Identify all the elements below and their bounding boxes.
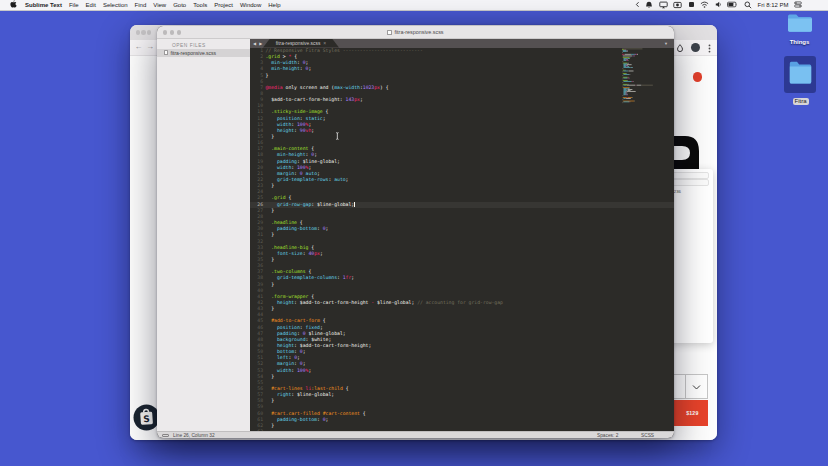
sidebar-section-header: OPEN FILES [172,43,206,48]
volume-icon[interactable] [715,1,722,8]
browser-back-icon[interactable]: ← [135,42,143,51]
sublime-sidebar: OPEN FILES fitra-responsive.scss [157,39,250,431]
select-divider [685,375,686,399]
indentation-setting[interactable]: Spaces: 2 [597,433,618,438]
code-line-4[interactable]: min-height: 0; [266,66,312,72]
menu-bar-right: Fri 8:12 PM [635,1,828,9]
folder-icon [789,60,812,85]
sublime-tab-bar: ◀ ▶ fitra-responsive.scss × ▼ [250,39,674,48]
battery-icon[interactable] [727,1,738,8]
desktop-icon-things[interactable]: Things [783,13,816,45]
screen-mirroring-icon[interactable] [659,1,668,9]
sidebar-open-file-item[interactable]: fitra-responsive.scss [157,49,250,57]
sublime-title-bar: fitra-responsive.scss [157,26,674,39]
chevron-down-icon [691,383,702,392]
menu-item-tools[interactable]: Tools [193,2,207,8]
browser-minimize-button[interactable] [141,30,146,35]
code-line-9[interactable]: $add-to-cart-form-height: 143px; [266,97,363,103]
input-source-icon[interactable] [688,1,695,8]
code-line-31[interactable]: } [266,232,275,238]
browser-extension-icon[interactable] [676,44,684,52]
control-center-icon[interactable] [794,1,802,8]
code-line-30[interactable]: padding-bottom: 0; [266,226,329,232]
menu-item-goto[interactable]: Goto [173,2,186,8]
menu-item-help[interactable]: Help [268,2,280,8]
code-line-38[interactable]: grid-template-columns: 1fr; [266,275,355,281]
desktop: Sublime TextFileEditSelectionFindViewGot… [0,0,828,466]
code-line-7[interactable]: @media only screen and (max-width:1023px… [266,85,389,91]
code-editor-area[interactable]: 1234567891011121314151617181920212223242… [250,48,674,431]
code-line-58[interactable]: } [266,398,275,404]
cursor-position: Line 26, Column 32 [173,433,215,438]
menu-item-window[interactable]: Window [240,2,261,8]
menu-item-edit[interactable]: Edit [86,2,96,8]
code-line-61[interactable]: padding-bottom: 0; [266,417,329,423]
menu-bar: Sublime TextFileEditSelectionFindViewGot… [0,0,828,11]
text-caret [354,202,355,207]
sublime-editor: ◀ ▶ fitra-responsive.scss × ▼ 1234567891… [250,39,674,431]
sidecar-chevron-icon[interactable] [635,1,640,8]
window-title: fitra-responsive.scss [394,29,443,35]
shopify-badge-icon[interactable]: S [133,404,160,435]
desktop-icon-label: Things [783,39,816,45]
browser-close-button[interactable] [136,30,141,35]
sidebar-file-label: fitra-responsive.scss [171,50,217,56]
menu-item-view[interactable]: View [153,2,166,8]
code-line-42[interactable]: height: $add-to-cart-form-height - $line… [266,300,503,306]
browser-menu-icon[interactable] [708,44,711,53]
tab-overflow-icon[interactable]: ▼ [664,41,668,46]
menu-item-file[interactable]: File [69,2,79,8]
code-line-22[interactable]: grid-template-rows: auto; [266,177,349,183]
wifi-icon[interactable] [700,1,709,8]
menu-item-sublime-text[interactable]: Sublime Text [25,2,62,8]
sublime-status-bar: Line 26, Column 32 Spaces: 2 SCSS [157,431,674,439]
code-line-57[interactable]: right: $line-global; [266,392,335,398]
menu-item-find[interactable]: Find [135,2,147,8]
code-line-23[interactable]: } [266,183,275,189]
menu-item-project[interactable]: Project [214,2,233,8]
add-to-cart-price: $129 [686,410,698,416]
browser-forward-icon[interactable]: → [146,42,154,51]
mouse-ibeam-cursor [335,132,342,142]
code-line-54[interactable]: } [266,374,275,380]
tab-close-icon[interactable]: × [323,40,326,46]
code-line-35[interactable]: } [266,257,275,263]
apple-menu-icon[interactable] [10,0,17,9]
file-icon [164,50,168,55]
document-icon [387,30,392,36]
screen-capture-icon[interactable] [673,1,682,9]
status-bar-icon[interactable] [162,434,169,438]
code-line-15[interactable]: } [266,134,275,140]
browser-zoom-button[interactable] [147,30,152,35]
spotlight-search-icon[interactable] [744,1,752,9]
desktop-icon-label: Fitra [795,98,807,104]
menu-item-selection[interactable]: Selection [103,2,128,8]
minimap[interactable] [622,48,672,110]
tab-label: fitra-responsive.scss [276,41,321,46]
sublime-title-group: fitra-responsive.scss [157,26,674,39]
cart-count-badge[interactable] [693,72,703,82]
editor-tab[interactable]: fitra-responsive.scss × [263,39,339,48]
menu-bar-clock[interactable]: Fri 8:12 PM [757,2,788,8]
tab-nav-icons[interactable]: ◀ ▶ [253,41,263,46]
folder-icon [787,13,813,33]
sublime-text-window[interactable]: fitra-responsive.scss OPEN FILES fitra-r… [157,26,674,438]
code-line-43[interactable]: } [266,306,275,312]
code-line-62[interactable]: } [266,423,275,429]
syntax-mode[interactable]: SCSS [641,433,654,438]
code-line-26[interactable]: grid-row-gap: $line-global; [266,202,355,208]
code-line-5[interactable]: } [266,73,269,79]
code-line-27[interactable]: } [266,208,275,214]
notifications-icon[interactable] [645,1,653,9]
icon-label-box: Fitra [793,98,809,105]
code-line-39[interactable]: } [266,282,275,288]
browser-profile-avatar[interactable] [691,43,700,52]
svg-text:S: S [143,414,150,424]
desktop-icon-fitra[interactable]: Fitra [789,60,812,107]
menu-bar-left: Sublime TextFileEditSelectionFindViewGot… [0,0,281,9]
